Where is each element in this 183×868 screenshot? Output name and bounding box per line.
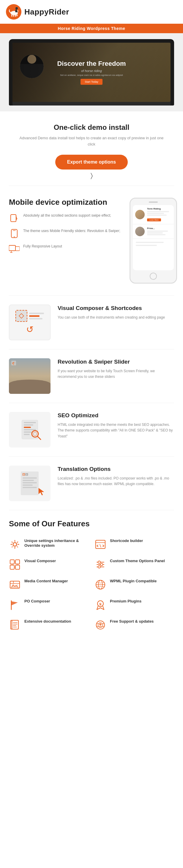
- phone-card-title-1: Term Riding: [147, 208, 172, 210]
- phone-frame: Term Riding Learn More Priva...: [130, 198, 177, 284]
- svg-rect-9: [11, 215, 16, 222]
- feature-media-title: Media Content Manager: [24, 579, 88, 584]
- seo-desc: HTML code integrated into the theme meet…: [58, 422, 174, 439]
- vc-title: Visual Composer & Shortcodes: [58, 305, 174, 312]
- feature-item-text-docs: Extensive documentation: [24, 619, 88, 624]
- phone-avatar-1: [135, 210, 145, 219]
- media-icon: [9, 579, 21, 591]
- one-click-section: One-click demo install Advanced Demo dat…: [0, 112, 183, 186]
- svg-point-20: [13, 542, 17, 546]
- screen-cta-button[interactable]: Start Today: [80, 79, 102, 85]
- rev-image: ‹ ⇤: [9, 358, 51, 394]
- feature-item-text-shortcode: Shortcode builder: [110, 538, 174, 544]
- export-button[interactable]: Export theme options: [55, 155, 128, 169]
- feature-item-media: Media Content Manager: [6, 575, 92, 595]
- tagline-banner: Horse Riding Wordpress Theme: [0, 24, 183, 33]
- gear-icon: [9, 538, 21, 550]
- phone-card-title-2: Priva...: [147, 227, 172, 230]
- svg-point-29: [14, 561, 16, 563]
- mobile-title: Mobile device optimization: [9, 198, 124, 207]
- feature-item-po-composer: PO Composer: [6, 595, 92, 615]
- screen-overlay: Discover the Freedom of horse riding Set…: [57, 60, 126, 85]
- support-icon: [95, 619, 106, 631]
- header: HappyRider: [0, 0, 183, 24]
- mobile-feature-text-3: Fully Responsive Layout: [23, 244, 62, 249]
- laptop-base: [12, 102, 171, 105]
- phone-card-1: Term Riding Learn More: [133, 205, 174, 224]
- feature-seo: SEO Optimized HTML code integrated into …: [0, 403, 183, 456]
- seo-title: SEO Optimized: [58, 412, 174, 419]
- mobile-feature-2: The theme uses Mobile Friendly sliders: …: [9, 228, 124, 239]
- svg-line-57: [103, 626, 104, 627]
- laptop-screen: HappyRider Home About Services Courses E…: [12, 43, 171, 102]
- feature-item-theme-options: Custom Theme Options Panel: [92, 555, 177, 575]
- one-click-desc: Advanced Demo data install tool helps to…: [18, 135, 165, 148]
- phone-mockup: Term Riding Learn More Priva...: [130, 198, 177, 284]
- feature-item-text-wpml: WPML Plugin Compatible: [110, 579, 174, 584]
- shortcode-icon: [95, 538, 106, 550]
- trans-doc-icon: FR EN: [21, 471, 38, 495]
- svg-rect-6: [17, 14, 18, 16]
- feature-vc-title: Visual Composer: [24, 559, 88, 564]
- mobile-feature-text-2: The theme uses Mobile Friendly sliders: …: [23, 228, 120, 234]
- svg-rect-5: [15, 14, 16, 17]
- award-icon: [95, 599, 106, 611]
- feature-support-title: Free Support & updates: [110, 619, 174, 624]
- phone-avatar-2: [135, 227, 145, 236]
- wpml-icon: [95, 579, 106, 591]
- phone-card-content-1: Term Riding Learn More: [147, 208, 172, 222]
- brand-name: HappyRider: [24, 7, 69, 17]
- feature-item-wpml: WPML Plugin Compatible: [92, 575, 177, 595]
- feature-item-text-vc: Visual Composer: [24, 559, 88, 564]
- feature-theme-options-title: Custom Theme Options Panel: [110, 559, 174, 564]
- feature-item-text-media: Media Content Manager: [24, 579, 88, 584]
- mobile-section: Mobile device optimization Absolutely al…: [0, 186, 183, 296]
- feature-item-text-settings: Unique settings inheritance & Override s…: [24, 538, 88, 549]
- features-grid: Unique settings inheritance & Override s…: [0, 534, 183, 647]
- trans-text: Translation Options Localized: .po & .mo…: [58, 466, 174, 487]
- feature-item-premium-plugins: Premium Plugins: [92, 595, 177, 615]
- mobile-feature-3: Fully Responsive Layout: [9, 244, 124, 254]
- mobile-feature-text-1: Absolutely all the scrolled sections sup…: [23, 213, 111, 218]
- feature-item-text-theme-options: Custom Theme Options Panel: [110, 559, 174, 564]
- flag-icon: [9, 599, 21, 611]
- feature-settings-title: Unique settings inheritance & Override s…: [24, 538, 88, 549]
- svg-point-30: [11, 564, 13, 565]
- laptop-frame: HappyRider Home About Services Courses E…: [9, 39, 174, 105]
- phone-home-button[interactable]: [150, 273, 157, 280]
- swipe-icon: [9, 213, 20, 223]
- docs-icon: [9, 619, 21, 631]
- screen-desc: Set on anillane, seque eam na si adea ag…: [57, 74, 126, 76]
- svg-point-32: [14, 566, 16, 568]
- trans-image: FR EN: [9, 466, 51, 501]
- feature-item-shortcode: Shortcode builder: [92, 534, 177, 555]
- rev-title: Revolution & Swiper Slider: [58, 358, 174, 366]
- svg-rect-27: [10, 565, 14, 569]
- svg-line-54: [97, 623, 98, 624]
- svg-rect-47: [12, 620, 19, 629]
- feature-revolution-slider: ‹ ⇤ Revolution & Swiper Slider If you wa…: [0, 349, 183, 403]
- seo-text: SEO Optimized HTML code integrated into …: [58, 412, 174, 439]
- mobile-text: Mobile device optimization Absolutely al…: [6, 198, 124, 259]
- svg-rect-22: [96, 540, 105, 549]
- svg-rect-26: [16, 560, 20, 564]
- feature-item-text-premium-plugins: Premium Plugins: [110, 599, 174, 604]
- svg-rect-4: [14, 14, 14, 17]
- feature-translation: FR EN Translation Options Localized: .po…: [0, 457, 183, 510]
- svg-point-18: [33, 432, 37, 436]
- vc-image: ↺: [9, 305, 51, 340]
- responsive-icon: [9, 244, 20, 254]
- one-click-title: One-click demo install: [18, 123, 165, 131]
- feature-docs-title: Extensive documentation: [24, 619, 88, 624]
- svg-rect-25: [10, 560, 14, 564]
- logo-icon: [6, 4, 21, 20]
- svg-rect-28: [16, 565, 20, 569]
- phone-card-btn-1[interactable]: Learn More: [147, 218, 161, 221]
- phone-card-2: Priva...: [133, 224, 174, 239]
- svg-rect-14: [16, 247, 20, 251]
- vc-icon: [9, 559, 21, 570]
- vc-text: Visual Composer & Shortcodes You can use…: [58, 305, 174, 321]
- svg-line-19: [37, 436, 41, 439]
- trans-desc: Localized: .po & .mo files included. PO …: [58, 476, 174, 487]
- svg-line-55: [97, 626, 98, 627]
